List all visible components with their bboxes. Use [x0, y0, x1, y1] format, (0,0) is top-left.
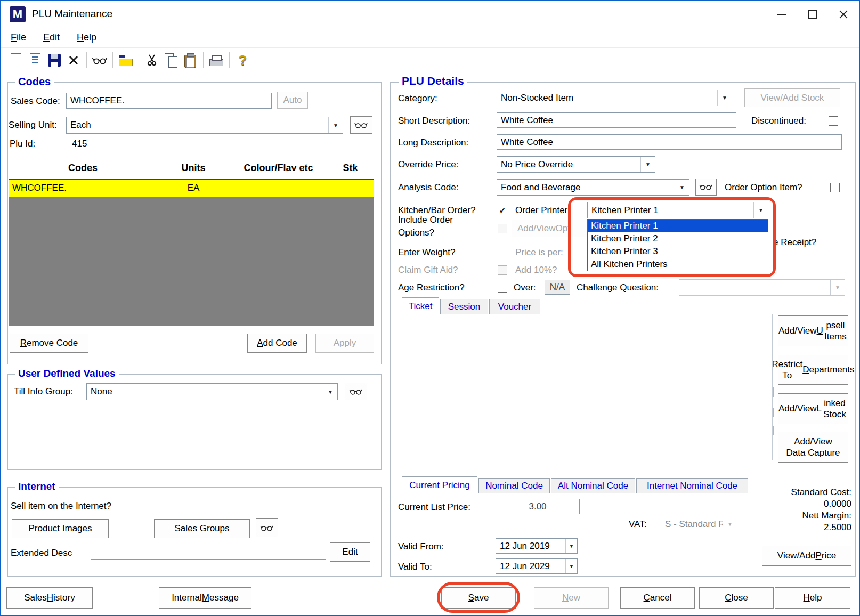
over-age-field: N/A	[545, 280, 570, 295]
tab-voucher[interactable]: Voucher	[489, 299, 540, 314]
receipt-checkbox[interactable]	[829, 238, 838, 247]
till-info-group-label: Till Info Group:	[14, 386, 73, 397]
copy-icon	[165, 53, 177, 67]
tab-ticket[interactable]: Ticket	[402, 297, 439, 314]
minimize-button[interactable]	[766, 1, 797, 28]
age-restriction-checkbox[interactable]	[498, 283, 507, 293]
dropdown-option[interactable]: All Kitchen Printers	[588, 258, 768, 271]
chevron-down-icon	[565, 559, 577, 573]
chevron-down-icon	[640, 157, 655, 172]
order-option-item-checkbox[interactable]	[830, 183, 840, 192]
add-view-options-button: Add/View Opt	[512, 220, 591, 237]
discontinued-checkbox[interactable]	[829, 116, 838, 126]
highlight-button[interactable]	[116, 51, 135, 70]
find-button[interactable]	[90, 51, 109, 70]
toolbar-separator	[229, 52, 230, 68]
add-view-upsell-items-button[interactable]: Add/View Upsell Items	[778, 315, 848, 346]
sales-groups-button[interactable]: Sales Groups	[154, 519, 250, 538]
product-images-button[interactable]: Product Images	[12, 519, 109, 538]
copy-button[interactable]	[161, 51, 181, 70]
till-info-browse-button[interactable]	[345, 383, 367, 400]
grid-header-units: Units	[157, 157, 230, 179]
sell-online-checkbox[interactable]	[132, 501, 141, 510]
save-button[interactable]: Save	[441, 587, 516, 609]
valid-from-date-combo[interactable]: 12 Jun 2019	[496, 538, 578, 554]
tab-session[interactable]: Session	[440, 299, 488, 314]
valid-to-date-combo[interactable]: 12 Jun 2029	[496, 558, 578, 574]
close-button[interactable]	[828, 1, 859, 28]
add-view-linked-stock-button[interactable]: Add/View Linked Stock	[778, 393, 848, 424]
chevron-down-icon	[323, 384, 337, 400]
glasses-icon	[260, 524, 274, 532]
restrict-to-departments-button[interactable]: Restrict To Departments	[778, 355, 848, 385]
analysis-code-browse-button[interactable]	[695, 179, 717, 196]
close-button-footer[interactable]: Close	[699, 587, 774, 609]
menu-edit[interactable]: Edit	[43, 32, 60, 43]
category-combo[interactable]: Non-Stocked Item	[497, 90, 732, 106]
long-description-input[interactable]: White Coffee	[497, 134, 842, 150]
remove-code-button[interactable]: Remove Code	[10, 334, 88, 353]
save-toolbar-button[interactable]	[45, 51, 64, 70]
cut-button[interactable]	[142, 51, 161, 70]
dropdown-option-selected[interactable]: Kitchen Printer 1	[588, 220, 768, 232]
override-price-combo[interactable]: No Price Override	[497, 156, 655, 173]
toolbar: ?	[1, 48, 859, 72]
glasses-icon	[349, 388, 363, 395]
edit-button[interactable]: Edit	[330, 542, 370, 562]
dropdown-option[interactable]: Kitchen Printer 2	[588, 232, 768, 245]
add-view-data-capture-button[interactable]: Add/View Data Capture	[778, 432, 848, 463]
over-label: Over:	[514, 282, 536, 293]
order-printer-combo[interactable]: Kitchen Printer 1	[587, 202, 768, 218]
tab-current-pricing[interactable]: Current Pricing	[402, 476, 477, 493]
sell-online-label: Sell item on the Internet?	[11, 501, 111, 512]
cancel-button[interactable]: Cancel	[620, 587, 695, 609]
selling-unit-combo[interactable]: Each	[66, 117, 343, 134]
auto-button: Auto	[277, 92, 308, 109]
sales-code-input[interactable]: WHCOFFEE.	[66, 93, 272, 109]
tab-internet-nominal-code[interactable]: Internet Nominal Code	[636, 478, 748, 493]
kitchen-bar-order-checkbox[interactable]	[498, 206, 507, 215]
delete-button[interactable]	[64, 51, 83, 70]
highlight-icon	[119, 59, 133, 66]
ticket-panel	[397, 314, 773, 460]
vat-label: VAT:	[629, 519, 646, 530]
help-button[interactable]: Help	[775, 587, 850, 609]
menu-file[interactable]: File	[11, 32, 26, 43]
sales-history-button[interactable]: Sales History	[6, 587, 93, 609]
dropdown-option[interactable]: Kitchen Printer 3	[588, 245, 768, 258]
enter-weight-checkbox[interactable]	[498, 248, 507, 257]
nett-margin-label: Nett Margin:	[758, 510, 851, 521]
selling-unit-browse-button[interactable]	[350, 116, 372, 134]
order-option-item-label: Order Option Item?	[725, 182, 802, 193]
grid-header-stk: Stk	[327, 157, 374, 179]
add-code-button[interactable]: Add Code	[247, 334, 307, 353]
extended-desc-input[interactable]	[91, 545, 326, 560]
analysis-code-label: Analysis Code:	[398, 182, 458, 193]
tab-nominal-code[interactable]: Nominal Code	[478, 478, 550, 493]
receipt-partial-label: e Receipt?	[773, 237, 816, 248]
current-list-price-input[interactable]: 3.00	[496, 499, 580, 514]
print-button[interactable]	[207, 51, 226, 70]
internal-message-button[interactable]: Internal Message	[159, 587, 251, 609]
valid-to-value: 12 Jun 2029	[496, 559, 565, 573]
paste-button[interactable]	[181, 51, 200, 70]
new-button[interactable]	[6, 51, 26, 70]
analysis-code-combo[interactable]: Food and Beverage	[497, 179, 689, 196]
codes-grid[interactable]: Codes Units Colour/Flav etc Stk WHCOFFEE…	[9, 157, 374, 326]
menu-help[interactable]: Help	[77, 32, 96, 43]
codes-group-title: Codes	[15, 76, 54, 88]
maximize-button[interactable]	[797, 1, 828, 28]
open-button[interactable]	[26, 51, 45, 70]
short-description-input[interactable]: White Coffee	[497, 112, 736, 128]
user-defined-values-title: User Defined Values	[15, 368, 119, 379]
app-logo-icon: M	[10, 6, 26, 22]
help-toolbar-button[interactable]: ?	[233, 51, 252, 70]
order-printer-label: Order Printer:	[515, 205, 570, 216]
tab-alt-nominal-code[interactable]: Alt Nominal Code	[551, 478, 635, 493]
view-add-price-button[interactable]: View/Add Price	[762, 546, 851, 566]
sales-groups-browse-button[interactable]	[256, 518, 278, 537]
till-info-group-combo[interactable]: None	[86, 383, 338, 400]
grid-row-selected[interactable]: WHCOFFEE. EA	[9, 180, 374, 197]
challenge-question-value	[679, 280, 830, 295]
include-order-options-label: Include Order Options?	[398, 214, 453, 239]
